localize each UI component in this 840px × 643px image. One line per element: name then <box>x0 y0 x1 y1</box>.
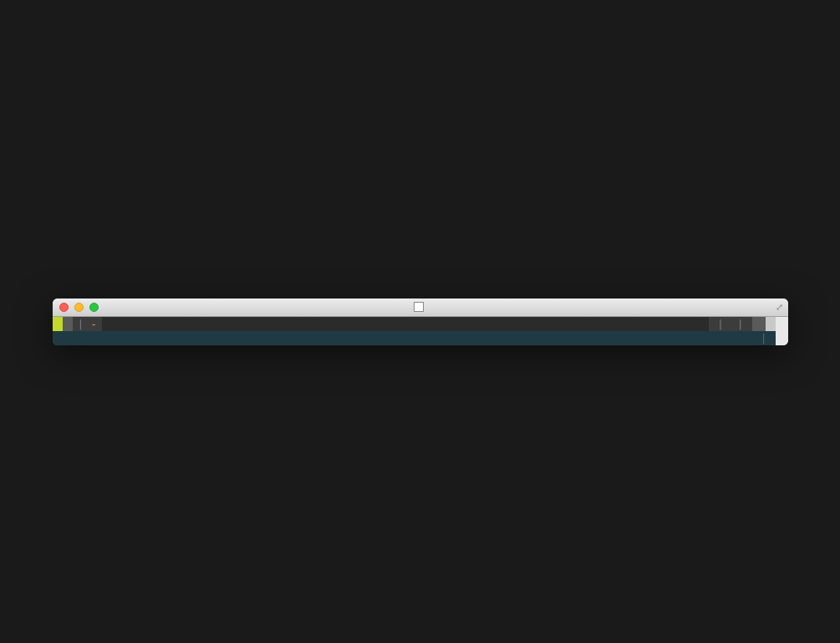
zoom-window-button[interactable] <box>89 303 99 312</box>
position-segment: | <box>752 331 776 345</box>
window-title <box>53 302 788 312</box>
document-icon <box>414 302 424 312</box>
close-window-button[interactable] <box>59 303 69 312</box>
branch-file-segment <box>53 331 63 345</box>
segment-sep: | <box>734 318 747 330</box>
segment-sep: | <box>78 318 91 330</box>
statusline-fill <box>102 317 709 331</box>
window-titlebar[interactable]: ⤢ <box>53 299 788 317</box>
statusline-fill <box>63 331 752 345</box>
segment-sep: | <box>714 318 727 330</box>
fullscreen-icon[interactable]: ⤢ <box>776 302 783 313</box>
file-segment: | - <box>73 317 102 331</box>
segment-sep: | <box>757 332 771 344</box>
branch-segment <box>63 317 73 331</box>
traffic-lights <box>59 303 99 312</box>
statusline-active: | - | | <box>53 317 776 331</box>
vim-editor[interactable]: | - | | <box>53 317 776 345</box>
percent-segment <box>752 317 766 331</box>
mode-indicator <box>53 317 63 331</box>
macos-window: ⤢ | - <box>53 299 788 345</box>
line-col-segment <box>766 317 776 331</box>
editor-container: | - | | <box>53 317 788 345</box>
statusline-inactive: | <box>53 331 776 345</box>
minimize-window-button[interactable] <box>74 303 84 312</box>
scrollbar[interactable] <box>776 317 788 345</box>
fileinfo-segment: | | <box>709 317 751 331</box>
